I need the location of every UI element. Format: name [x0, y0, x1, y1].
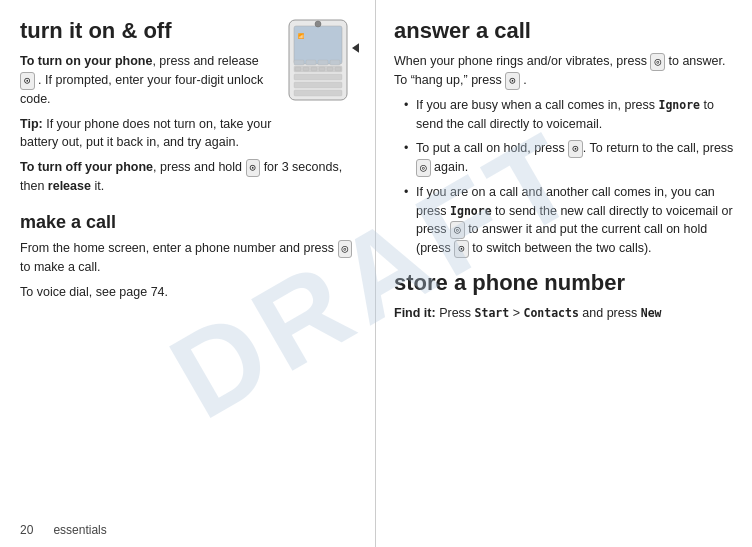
page-label: essentials — [53, 523, 106, 537]
bullet3-ignore-code: Ignore — [450, 204, 492, 218]
bullet1-ignore-code: Ignore — [658, 98, 700, 112]
power-key-off: ⊙ — [246, 159, 261, 176]
find-it-start-code: Start — [475, 306, 510, 320]
answer-key2: ⊙ — [505, 72, 520, 89]
bullet2-text-after: again. — [431, 160, 469, 174]
svg-rect-15 — [330, 60, 340, 65]
store-section: store a phone number Find it: Press Star… — [394, 270, 736, 323]
bullet-item-2: To put a call on hold, press ⊙. To retur… — [404, 139, 736, 177]
phone-image: 📶 — [284, 18, 359, 109]
power-key-on: ⊙ — [20, 72, 35, 89]
bullet2-text-before: To put a call on hold, press — [416, 141, 568, 155]
answer-key1: ◎ — [650, 53, 665, 70]
svg-rect-12 — [294, 60, 304, 65]
turn-on-label: To turn on your phone — [20, 54, 152, 68]
find-it-sep: > — [513, 306, 524, 320]
svg-rect-10 — [327, 67, 333, 71]
tip-label: Tip: — [20, 117, 43, 131]
svg-rect-11 — [335, 67, 341, 71]
make-call-paragraph: From the home screen, enter a phone numb… — [20, 239, 359, 277]
page-number-area: 20 essentials — [20, 523, 107, 537]
section2-title: make a call — [20, 212, 359, 234]
release-label: release — [48, 179, 91, 193]
call-key: ◎ — [338, 240, 353, 257]
find-it-text2: and press — [582, 306, 640, 320]
svg-rect-13 — [306, 60, 316, 65]
bullet-item-1: If you are busy when a call comes in, pr… — [404, 96, 736, 134]
svg-point-17 — [315, 21, 321, 27]
answer-section-title: answer a call — [394, 18, 736, 44]
svg-rect-5 — [294, 90, 342, 96]
turn-off-text: , press and hold — [153, 160, 242, 174]
tip-text: If your phone does not turn on, take you… — [20, 117, 271, 150]
svg-rect-8 — [311, 67, 317, 71]
svg-text:📶: 📶 — [298, 33, 305, 40]
bullet3-key2: ⊙ — [454, 240, 469, 257]
answer-intro-paragraph: When your phone rings and/or vibrates, p… — [394, 52, 736, 90]
svg-rect-3 — [294, 74, 342, 80]
svg-rect-2 — [294, 66, 342, 72]
bullet2-text-mid: . To return to the call, press — [583, 141, 734, 155]
left-column: 📶 turn it on & off To turn on your phone… — [0, 0, 376, 547]
svg-rect-4 — [294, 82, 342, 88]
bullet3-key1: ◎ — [450, 221, 465, 238]
turn-off-text3: it. — [91, 179, 104, 193]
answer-text2: . — [523, 73, 526, 87]
voice-dial-paragraph: To voice dial, see page 74. — [20, 283, 359, 302]
page-number: 20 — [20, 523, 33, 537]
turn-on-text1: , press and release — [152, 54, 258, 68]
svg-rect-6 — [295, 67, 301, 71]
find-it-contacts-code: Contacts — [523, 306, 578, 320]
turn-on-text2: . If prompted, enter your four-digit unl… — [20, 73, 263, 106]
bullet2-key2: ◎ — [416, 159, 431, 176]
svg-rect-7 — [303, 67, 309, 71]
tip-paragraph: Tip: If your phone does not turn on, tak… — [20, 115, 359, 153]
answer-intro-text: When your phone rings and/or vibrates, p… — [394, 54, 647, 68]
make-call-text: From the home screen, enter a phone numb… — [20, 241, 334, 255]
find-it-paragraph: Find it: Press Start > Contacts and pres… — [394, 304, 736, 323]
make-call-text2: to make a call. — [20, 260, 101, 274]
svg-marker-16 — [352, 40, 359, 56]
bullet1-text-before: If you are busy when a call comes in, pr… — [416, 98, 658, 112]
svg-rect-9 — [319, 67, 325, 71]
page: 📶 turn it on & off To turn on your phone… — [0, 0, 752, 547]
bullet-item-3: If you are on a call and another call co… — [404, 183, 736, 258]
find-it-new-code: New — [641, 306, 662, 320]
svg-rect-14 — [318, 60, 328, 65]
find-it-text: Press — [439, 306, 474, 320]
right-column: answer a call When your phone rings and/… — [376, 0, 752, 547]
svg-rect-1 — [294, 26, 342, 64]
turn-off-label: To turn off your phone — [20, 160, 153, 174]
bullet3-text4: to switch between the two calls). — [469, 241, 652, 255]
store-section-title: store a phone number — [394, 270, 736, 296]
bullet2-key1: ⊙ — [568, 140, 583, 157]
turn-off-paragraph: To turn off your phone, press and hold ⊙… — [20, 158, 359, 196]
find-it-label: Find it: — [394, 306, 436, 320]
answer-bullet-list: If you are busy when a call comes in, pr… — [404, 96, 736, 258]
